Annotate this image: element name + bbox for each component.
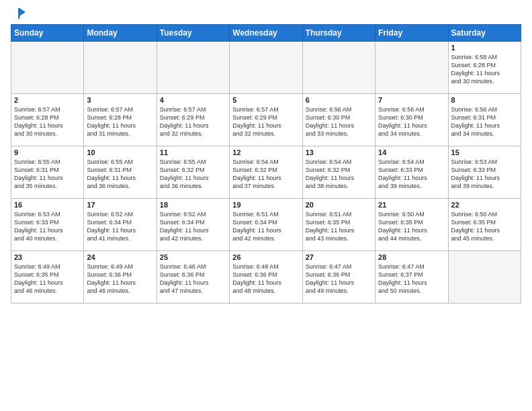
day-cell: 9Sunrise: 6:55 AM Sunset: 6:31 PM Daylig… <box>11 146 84 199</box>
day-cell <box>302 42 375 94</box>
day-number: 10 <box>87 148 153 156</box>
day-info: Sunrise: 6:48 AM Sunset: 6:36 PM Dayligh… <box>160 263 226 295</box>
day-cell <box>448 251 521 304</box>
calendar-container: SundayMondayTuesdayWednesdayThursdayFrid… <box>0 0 532 309</box>
day-info: Sunrise: 6:51 AM Sunset: 6:34 PM Dayligh… <box>232 210 299 243</box>
day-number: 24 <box>87 253 153 261</box>
day-number: 20 <box>306 201 372 209</box>
calendar-table: SundayMondayTuesdayWednesdayThursdayFrid… <box>11 24 521 304</box>
day-number: 26 <box>232 253 299 261</box>
day-info: Sunrise: 6:56 AM Sunset: 6:31 PM Dayligh… <box>451 105 518 138</box>
week-row-5: 23Sunrise: 6:49 AM Sunset: 6:35 PM Dayli… <box>11 251 521 304</box>
day-cell: 27Sunrise: 6:47 AM Sunset: 6:36 PM Dayli… <box>302 251 375 304</box>
day-cell: 13Sunrise: 6:54 AM Sunset: 6:32 PM Dayli… <box>302 146 375 199</box>
logo-icon <box>12 7 27 21</box>
day-cell: 1Sunrise: 6:58 AM Sunset: 6:28 PM Daylig… <box>448 42 521 94</box>
day-cell: 16Sunrise: 6:53 AM Sunset: 6:33 PM Dayli… <box>11 199 84 251</box>
day-info: Sunrise: 6:49 AM Sunset: 6:35 PM Dayligh… <box>14 263 81 295</box>
day-cell: 5Sunrise: 6:57 AM Sunset: 6:29 PM Daylig… <box>230 94 302 146</box>
day-info: Sunrise: 6:49 AM Sunset: 6:36 PM Dayligh… <box>87 263 153 295</box>
day-cell: 23Sunrise: 6:49 AM Sunset: 6:35 PM Dayli… <box>11 251 84 304</box>
day-cell: 25Sunrise: 6:48 AM Sunset: 6:36 PM Dayli… <box>157 251 229 304</box>
day-cell: 2Sunrise: 6:57 AM Sunset: 6:28 PM Daylig… <box>11 94 84 146</box>
day-info: Sunrise: 6:57 AM Sunset: 6:28 PM Dayligh… <box>87 105 153 138</box>
day-info: Sunrise: 6:53 AM Sunset: 6:33 PM Dayligh… <box>451 158 518 191</box>
day-info: Sunrise: 6:55 AM Sunset: 6:31 PM Dayligh… <box>87 158 153 191</box>
day-info: Sunrise: 6:53 AM Sunset: 6:33 PM Dayligh… <box>14 210 81 243</box>
day-info: Sunrise: 6:56 AM Sunset: 6:30 PM Dayligh… <box>306 105 372 138</box>
day-info: Sunrise: 6:47 AM Sunset: 6:37 PM Dayligh… <box>378 263 445 295</box>
day-cell <box>11 42 84 94</box>
day-cell: 11Sunrise: 6:55 AM Sunset: 6:32 PM Dayli… <box>157 146 229 199</box>
day-number: 14 <box>378 148 445 156</box>
day-number: 6 <box>306 96 372 104</box>
day-number: 19 <box>232 201 299 209</box>
day-number: 9 <box>14 148 81 156</box>
logo <box>11 7 27 20</box>
day-cell <box>84 42 157 94</box>
day-info: Sunrise: 6:50 AM Sunset: 6:35 PM Dayligh… <box>378 210 445 243</box>
svg-marker-0 <box>19 8 26 16</box>
day-number: 15 <box>451 148 518 156</box>
day-number: 5 <box>232 96 299 104</box>
header-day-monday: Monday <box>84 25 157 42</box>
day-info: Sunrise: 6:48 AM Sunset: 6:36 PM Dayligh… <box>232 263 299 295</box>
day-number: 25 <box>160 253 226 261</box>
day-number: 1 <box>451 44 518 52</box>
day-info: Sunrise: 6:54 AM Sunset: 6:33 PM Dayligh… <box>378 158 445 191</box>
day-cell: 15Sunrise: 6:53 AM Sunset: 6:33 PM Dayli… <box>448 146 521 199</box>
day-number: 27 <box>306 253 372 261</box>
day-info: Sunrise: 6:55 AM Sunset: 6:32 PM Dayligh… <box>160 158 226 191</box>
day-cell: 6Sunrise: 6:56 AM Sunset: 6:30 PM Daylig… <box>302 94 375 146</box>
header-day-tuesday: Tuesday <box>157 25 229 42</box>
day-cell: 28Sunrise: 6:47 AM Sunset: 6:37 PM Dayli… <box>375 251 448 304</box>
day-cell: 24Sunrise: 6:49 AM Sunset: 6:36 PM Dayli… <box>84 251 157 304</box>
header-row: SundayMondayTuesdayWednesdayThursdayFrid… <box>11 25 521 42</box>
day-cell: 12Sunrise: 6:54 AM Sunset: 6:32 PM Dayli… <box>230 146 302 199</box>
day-info: Sunrise: 6:51 AM Sunset: 6:35 PM Dayligh… <box>306 210 372 243</box>
day-number: 23 <box>14 253 81 261</box>
day-cell: 10Sunrise: 6:55 AM Sunset: 6:31 PM Dayli… <box>84 146 157 199</box>
day-number: 7 <box>378 96 445 104</box>
day-cell: 17Sunrise: 6:52 AM Sunset: 6:34 PM Dayli… <box>84 199 157 251</box>
day-cell: 4Sunrise: 6:57 AM Sunset: 6:29 PM Daylig… <box>157 94 229 146</box>
day-number: 18 <box>160 201 226 209</box>
week-row-3: 9Sunrise: 6:55 AM Sunset: 6:31 PM Daylig… <box>11 146 521 199</box>
day-number: 8 <box>451 96 518 104</box>
day-number: 2 <box>14 96 81 104</box>
day-info: Sunrise: 6:52 AM Sunset: 6:34 PM Dayligh… <box>87 210 153 243</box>
svg-rect-1 <box>18 8 20 19</box>
day-info: Sunrise: 6:50 AM Sunset: 6:35 PM Dayligh… <box>451 210 518 243</box>
week-row-1: 1Sunrise: 6:58 AM Sunset: 6:28 PM Daylig… <box>11 42 521 94</box>
day-info: Sunrise: 6:47 AM Sunset: 6:36 PM Dayligh… <box>306 263 372 295</box>
day-number: 11 <box>160 148 226 156</box>
day-info: Sunrise: 6:54 AM Sunset: 6:32 PM Dayligh… <box>232 158 299 191</box>
day-info: Sunrise: 6:54 AM Sunset: 6:32 PM Dayligh… <box>306 158 372 191</box>
day-info: Sunrise: 6:58 AM Sunset: 6:28 PM Dayligh… <box>451 53 518 86</box>
day-number: 22 <box>451 201 518 209</box>
day-number: 12 <box>232 148 299 156</box>
calendar-body: 1Sunrise: 6:58 AM Sunset: 6:28 PM Daylig… <box>11 42 521 304</box>
day-cell: 19Sunrise: 6:51 AM Sunset: 6:34 PM Dayli… <box>230 199 302 251</box>
week-row-4: 16Sunrise: 6:53 AM Sunset: 6:33 PM Dayli… <box>11 199 521 251</box>
day-info: Sunrise: 6:55 AM Sunset: 6:31 PM Dayligh… <box>14 158 81 191</box>
day-info: Sunrise: 6:57 AM Sunset: 6:28 PM Dayligh… <box>14 105 81 138</box>
day-number: 3 <box>87 96 153 104</box>
day-info: Sunrise: 6:56 AM Sunset: 6:30 PM Dayligh… <box>378 105 445 138</box>
day-cell: 20Sunrise: 6:51 AM Sunset: 6:35 PM Dayli… <box>302 199 375 251</box>
day-info: Sunrise: 6:52 AM Sunset: 6:34 PM Dayligh… <box>160 210 226 243</box>
header-day-wednesday: Wednesday <box>230 25 302 42</box>
day-number: 28 <box>378 253 445 261</box>
day-cell: 8Sunrise: 6:56 AM Sunset: 6:31 PM Daylig… <box>448 94 521 146</box>
day-number: 13 <box>306 148 372 156</box>
day-cell <box>157 42 229 94</box>
day-number: 16 <box>14 201 81 209</box>
day-cell: 18Sunrise: 6:52 AM Sunset: 6:34 PM Dayli… <box>157 199 229 251</box>
day-cell <box>230 42 302 94</box>
calendar-header: SundayMondayTuesdayWednesdayThursdayFrid… <box>11 25 521 42</box>
day-cell: 26Sunrise: 6:48 AM Sunset: 6:36 PM Dayli… <box>230 251 302 304</box>
day-number: 21 <box>378 201 445 209</box>
day-info: Sunrise: 6:57 AM Sunset: 6:29 PM Dayligh… <box>232 105 299 138</box>
day-cell: 22Sunrise: 6:50 AM Sunset: 6:35 PM Dayli… <box>448 199 521 251</box>
day-number: 17 <box>87 201 153 209</box>
